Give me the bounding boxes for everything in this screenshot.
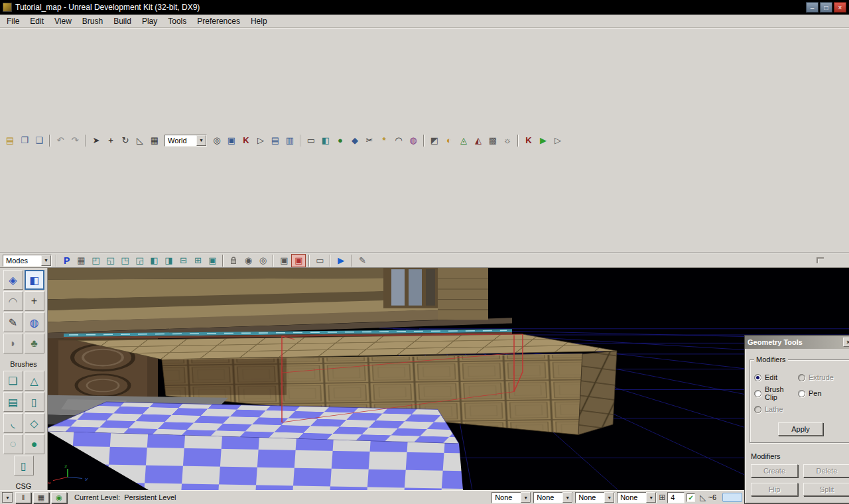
toolbar-scene-manager[interactable]: ▥ xyxy=(283,134,297,147)
modes-dropdown[interactable]: Modes ▼ xyxy=(3,255,52,267)
viewport-split-right[interactable]: ◨ xyxy=(161,254,176,267)
viewport-split-horizontal[interactable]: ⊟ xyxy=(176,254,190,267)
build-lighting[interactable]: ◐ xyxy=(442,134,456,147)
sheet-brush[interactable]: ◇ xyxy=(25,413,44,433)
toolbar-play-mobile[interactable]: ▷ xyxy=(551,134,565,147)
sphere-brush[interactable]: ● xyxy=(25,434,44,454)
toolbar-emissive[interactable]: ◍ xyxy=(406,134,421,147)
unlit-camera[interactable]: ▣ xyxy=(277,254,291,267)
build-cover-nodes[interactable]: ◭ xyxy=(471,134,486,147)
statusbar-combo-1[interactable]: None ▼ xyxy=(491,492,531,503)
toolbar-rotate[interactable]: ↻ xyxy=(118,134,133,147)
toolbar-terrain-edit[interactable]: ◠ xyxy=(391,134,406,147)
viewport-top[interactable]: ◰ xyxy=(88,254,103,267)
geometry-tools-titlebar[interactable]: Geometry Tools × xyxy=(745,336,849,349)
build-paths[interactable]: ◬ xyxy=(456,134,471,147)
statusbar-toggle-rotation-grid[interactable]: ▦ xyxy=(33,492,49,503)
toolbar-kismet-debug[interactable]: K xyxy=(521,134,536,147)
delete-button[interactable]: Delete xyxy=(803,464,849,477)
toolbar-translate[interactable]: + xyxy=(103,134,118,147)
statusbar-autosave[interactable]: ◉ xyxy=(51,492,67,503)
toolbar-save[interactable]: ❐ xyxy=(17,134,32,147)
viewport-split-quad[interactable]: ⊞ xyxy=(190,254,205,267)
curved-stair-brush[interactable]: ◟ xyxy=(3,413,23,433)
staircase-brush[interactable]: ▤ xyxy=(3,392,23,412)
viewport-front[interactable]: ◱ xyxy=(103,254,117,267)
radio-lathe[interactable]: Lathe xyxy=(754,401,798,417)
statusbar-dropdown[interactable]: ▼ xyxy=(2,492,13,503)
play-in-viewport[interactable]: ▶ xyxy=(334,254,348,267)
toolbar-select[interactable]: ➤ xyxy=(89,134,103,147)
toolbar-matinee[interactable]: ▷ xyxy=(253,134,268,147)
radio-extrude[interactable]: Extrude xyxy=(798,369,847,385)
toolbar-cut-tool[interactable]: ✂ xyxy=(362,134,377,147)
radio-pen[interactable]: Pen xyxy=(798,385,847,401)
perspective-viewport[interactable]: z x y xyxy=(48,268,849,490)
close-icon[interactable]: × xyxy=(843,338,849,347)
texture-paint-brush[interactable]: ✎ xyxy=(355,254,369,267)
spiral-stair-brush[interactable]: ◌ xyxy=(3,434,23,454)
toolbar-undo[interactable]: ↶ xyxy=(53,134,68,147)
cylinder-brush[interactable]: ▯ xyxy=(25,392,44,412)
terrain-mode[interactable]: ◠ xyxy=(3,291,23,311)
viewport-side[interactable]: ◳ xyxy=(117,254,132,267)
grid-snap-checkbox[interactable]: ✓ xyxy=(686,493,695,502)
cube-brush[interactable]: ❏ xyxy=(3,371,23,391)
menu-view[interactable]: View xyxy=(49,15,77,27)
menu-build[interactable]: Build xyxy=(108,15,137,27)
menu-preferences[interactable]: Preferences xyxy=(192,15,245,27)
toolbar-brush-poly[interactable]: ◆ xyxy=(348,134,362,147)
minimize-button[interactable]: – xyxy=(806,2,818,13)
game-view[interactable]: ◎ xyxy=(255,254,270,267)
menu-edit[interactable]: Edit xyxy=(25,15,49,27)
viewport-config[interactable]: ▦ xyxy=(74,254,88,267)
toolbar-fullscreen[interactable]: ▭ xyxy=(304,134,318,147)
build-all[interactable]: ▩ xyxy=(486,134,500,147)
toolbar-save-all[interactable]: ❑ xyxy=(32,134,46,147)
toolbar-open[interactable]: ▤ xyxy=(3,134,17,147)
viewport-split-left[interactable]: ◧ xyxy=(147,254,161,267)
lock-viewport-button[interactable] xyxy=(226,254,241,267)
radio-brush-clip[interactable]: Brush Clip xyxy=(754,385,798,401)
volumetric-brush[interactable]: ▯ xyxy=(14,456,34,475)
world-dropdown[interactable]: World ▼ xyxy=(164,135,207,147)
toolbar-sphere-reflection[interactable]: ● xyxy=(333,134,348,147)
toolbar-float-handle[interactable] xyxy=(816,257,824,263)
viewport-maximize[interactable]: ▣ xyxy=(205,254,220,267)
close-button[interactable]: × xyxy=(834,2,846,13)
lens-flare-mode[interactable]: ◗ xyxy=(3,334,23,353)
radio-edit[interactable]: Edit xyxy=(754,369,798,385)
brush-wireframe-toggle[interactable]: ▭ xyxy=(312,254,327,267)
menu-help[interactable]: Help xyxy=(245,15,273,27)
flip-button[interactable]: Flip xyxy=(751,483,798,496)
build-geometry[interactable]: ◩ xyxy=(427,134,442,147)
viewport-perspective[interactable]: ◲ xyxy=(132,254,147,267)
toolbar-redo[interactable]: ↷ xyxy=(68,134,82,147)
toolbar-kismet[interactable]: K xyxy=(239,134,253,147)
menu-tools[interactable]: Tools xyxy=(163,15,192,27)
menu-file[interactable]: File xyxy=(1,15,25,27)
grid-size-field[interactable]: 4 xyxy=(667,492,685,503)
texture-align-mode[interactable]: + xyxy=(25,291,44,311)
apply-button[interactable]: Apply xyxy=(778,422,823,436)
mesh-paint-mode[interactable]: ◍ xyxy=(25,312,44,332)
cone-brush[interactable]: △ xyxy=(25,371,44,391)
create-button[interactable]: Create xyxy=(751,464,798,477)
toolbar-search[interactable]: ◎ xyxy=(210,134,224,147)
maximize-button[interactable]: □ xyxy=(820,2,832,13)
split-button[interactable]: Split xyxy=(803,483,849,496)
toolbar-play-in-editor[interactable]: ▶ xyxy=(536,134,551,147)
camera-mode[interactable]: ◈ xyxy=(3,270,23,290)
geometry-edit-mode[interactable]: ✎ xyxy=(3,312,23,332)
menu-play[interactable]: Play xyxy=(137,15,163,27)
foliage-mode[interactable]: ♣ xyxy=(25,334,44,353)
menu-brush[interactable]: Brush xyxy=(77,15,108,27)
build-settings[interactable]: ☼ xyxy=(500,134,515,147)
statusbar-combo-2[interactable]: None ▼ xyxy=(533,492,573,503)
realtime-camera[interactable]: ▣ xyxy=(291,254,306,267)
show-flags[interactable]: ◉ xyxy=(241,254,255,267)
statusbar-toggle-drag-grid[interactable]: ‖ xyxy=(15,492,31,503)
toolbar-snap-grid[interactable]: ▦ xyxy=(147,134,162,147)
statusbar-combo-4[interactable]: None ▼ xyxy=(617,492,657,503)
toolbar-scale[interactable]: ◺ xyxy=(133,134,147,147)
